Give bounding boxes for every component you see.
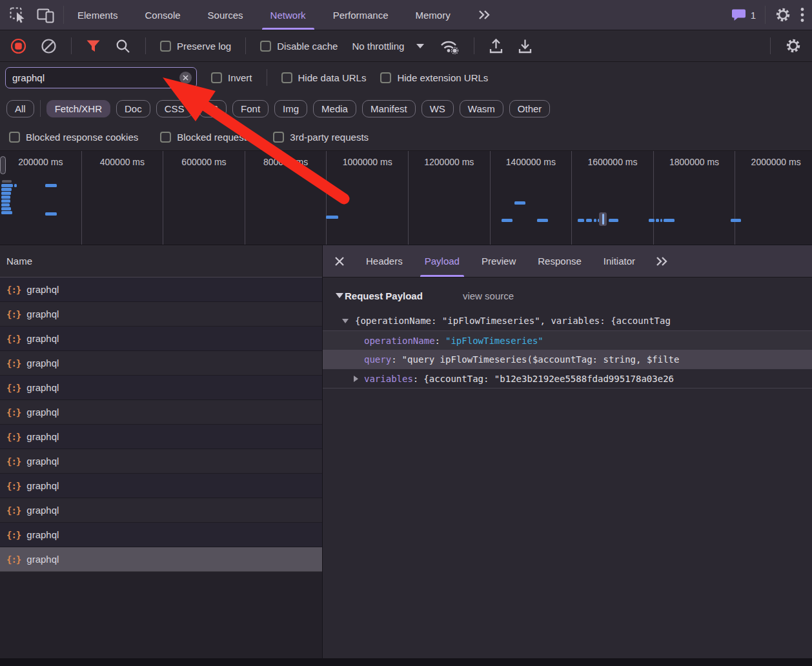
blocked-response-cookies-checkbox[interactable]: [9, 132, 20, 143]
chip-font[interactable]: Font: [232, 100, 269, 117]
chip-doc[interactable]: Doc: [116, 100, 150, 117]
request-row[interactable]: {:}graphql: [0, 425, 322, 449]
tab-initiator[interactable]: Initiator: [593, 245, 646, 277]
hide-extension-urls-checkbox[interactable]: [380, 72, 391, 83]
tab-headers[interactable]: Headers: [355, 245, 414, 277]
request-row[interactable]: {:}graphql: [0, 302, 322, 327]
name-column-header[interactable]: Name: [0, 245, 322, 278]
request-row[interactable]: {:}graphql: [0, 376, 322, 400]
hide-extension-urls-toggle[interactable]: Hide extension URLs: [380, 72, 488, 83]
disable-cache-label: Disable cache: [277, 41, 338, 52]
request-row[interactable]: {:}graphql: [0, 449, 322, 474]
tab-preview[interactable]: Preview: [471, 245, 527, 277]
hide-data-urls-label: Hide data URLs: [298, 72, 367, 83]
chip-wasm[interactable]: Wasm: [460, 100, 503, 117]
payload-summary-row[interactable]: {operationName: "ipFlowTimeseries", vari…: [323, 311, 812, 330]
export-har-icon[interactable]: [518, 38, 533, 54]
tab-memory[interactable]: Memory: [402, 0, 464, 30]
invert-checkbox[interactable]: [211, 72, 222, 83]
chip-all[interactable]: All: [6, 100, 34, 117]
timeline-tick: 200000 ms: [0, 151, 82, 245]
filter-funnel-icon[interactable]: [86, 39, 101, 53]
chip-css[interactable]: CSS: [156, 100, 193, 117]
blocked-response-cookies-toggle[interactable]: Blocked response cookies: [9, 132, 138, 143]
tab-response[interactable]: Response: [527, 245, 593, 277]
import-har-icon[interactable]: [489, 38, 503, 54]
view-source-link[interactable]: view source: [463, 290, 514, 301]
preserve-log-checkbox[interactable]: [160, 41, 171, 52]
throttling-select[interactable]: No throttling: [352, 41, 425, 52]
disable-cache-checkbox[interactable]: [260, 41, 271, 52]
hide-data-urls-toggle[interactable]: Hide data URLs: [281, 72, 367, 83]
expand-triangle-icon[interactable]: [354, 376, 358, 382]
search-icon[interactable]: [115, 38, 131, 54]
tab-payload[interactable]: Payload: [414, 245, 471, 277]
preserve-log-toggle[interactable]: Preserve log: [160, 41, 231, 52]
expand-triangle-icon[interactable]: [342, 319, 349, 323]
request-row[interactable]: {:}graphql: [0, 400, 322, 425]
payload-row-query[interactable]: query:"query ipFlowTimeseries($accountTa…: [323, 350, 812, 369]
chip-manifest[interactable]: Manifest: [362, 100, 416, 117]
payload-row-variables[interactable]: variables:{accountTag: "b12e3b2192ee5588…: [323, 369, 812, 388]
hide-data-urls-checkbox[interactable]: [281, 72, 292, 83]
divider: [765, 6, 766, 24]
third-party-requests-toggle[interactable]: 3rd-party requests: [273, 132, 369, 143]
chip-other[interactable]: Other: [509, 100, 551, 117]
request-row[interactable]: {:}graphql: [0, 523, 322, 547]
chip-fetch-xhr[interactable]: Fetch/XHR: [46, 100, 110, 117]
network-conditions-icon[interactable]: [439, 38, 460, 54]
timeline-window-handle[interactable]: [0, 156, 6, 174]
tab-console[interactable]: Console: [132, 0, 194, 30]
more-tabs-icon[interactable]: [464, 0, 505, 30]
settings-gear-icon[interactable]: [775, 6, 791, 23]
clear-filter-icon[interactable]: [179, 72, 192, 84]
filter-input[interactable]: [5, 67, 197, 88]
chip-ws[interactable]: WS: [421, 100, 454, 117]
timeline-tick: 600000 ms: [163, 151, 245, 245]
request-row[interactable]: {:}graphql: [0, 474, 322, 498]
blocked-requests-toggle[interactable]: Blocked requests: [160, 132, 251, 143]
timeline-tick: 2000000 ms: [735, 151, 812, 245]
network-overview-timeline[interactable]: 200000 ms 400000 ms 600000 ms 800000 ms …: [0, 151, 812, 245]
device-toolbar-icon[interactable]: [37, 7, 54, 23]
request-row[interactable]: {:}graphql: [0, 351, 322, 376]
chip-js[interactable]: JS: [199, 100, 227, 117]
chip-img[interactable]: Img: [274, 100, 307, 117]
invert-toggle[interactable]: Invert: [211, 72, 252, 83]
timeline-tick: 1800000 ms: [654, 151, 736, 245]
network-toolbar: Preserve log Disable cache No throttling: [0, 30, 812, 62]
close-details-icon[interactable]: [323, 245, 355, 277]
inspect-element-icon[interactable]: [9, 6, 26, 24]
chip-media[interactable]: Media: [313, 100, 356, 117]
chevron-down-icon: [416, 43, 425, 49]
tab-performance[interactable]: Performance: [320, 0, 402, 30]
hide-extension-urls-label: Hide extension URLs: [397, 72, 488, 83]
tab-network[interactable]: Network: [257, 0, 320, 30]
request-row[interactable]: {:}graphql: [0, 327, 322, 351]
json-braces-icon: {:}: [6, 554, 21, 565]
request-row[interactable]: {:}graphql: [0, 278, 322, 302]
issues-button[interactable]: 1: [731, 8, 756, 22]
request-row[interactable]: {:}graphql: [0, 498, 322, 523]
kebab-menu-icon[interactable]: [800, 7, 804, 23]
record-network-log-icon[interactable]: [10, 38, 26, 54]
tab-elements[interactable]: Elements: [64, 0, 132, 30]
json-braces-icon: {:}: [6, 285, 21, 295]
tab-sources[interactable]: Sources: [194, 0, 257, 30]
divider: [770, 37, 771, 54]
divider: [245, 37, 246, 54]
clear-network-log-icon[interactable]: [41, 38, 57, 54]
request-row-selected[interactable]: {:}graphql: [0, 547, 322, 572]
third-party-requests-checkbox[interactable]: [273, 132, 284, 143]
network-settings-gear-icon[interactable]: [785, 37, 802, 54]
issues-count: 1: [751, 10, 756, 21]
blocked-requests-label: Blocked requests: [177, 132, 251, 143]
preserve-log-label: Preserve log: [177, 41, 231, 52]
more-details-tabs-icon[interactable]: [646, 245, 678, 277]
collapse-triangle-icon[interactable]: [336, 293, 343, 298]
payload-row-operationname[interactable]: operationName:"ipFlowTimeseries": [323, 330, 812, 350]
issues-bubble-icon: [731, 8, 746, 22]
third-party-requests-label: 3rd-party requests: [290, 132, 369, 143]
blocked-requests-checkbox[interactable]: [160, 132, 171, 143]
disable-cache-toggle[interactable]: Disable cache: [260, 41, 338, 52]
